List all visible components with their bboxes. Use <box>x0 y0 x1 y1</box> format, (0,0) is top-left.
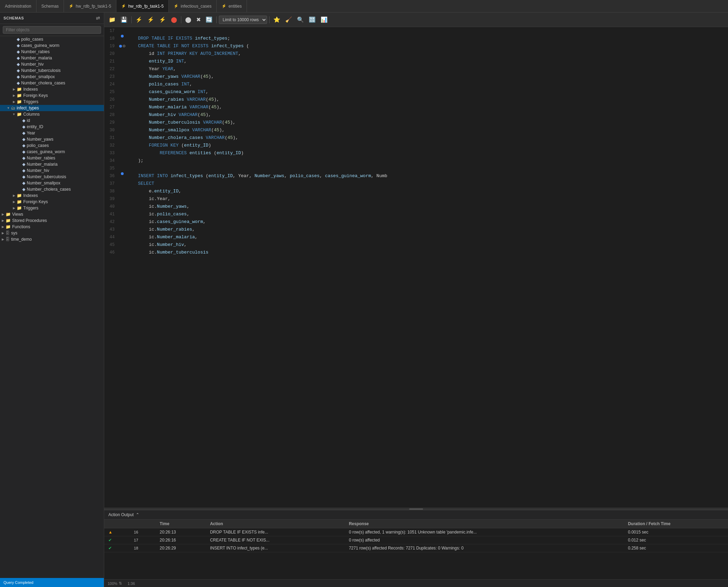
tree-item-Number_malaria[interactable]: ◆Number_malaria <box>0 55 104 61</box>
tab-administration[interactable]: Administration <box>0 0 36 12</box>
tree-item-sys[interactable]: ▶🗄sys <box>0 230 104 236</box>
tab-hw2[interactable]: ⚡ hw_rdb_fp_task1-5 <box>116 0 169 12</box>
diamond-icon: ◆ <box>22 149 25 154</box>
tree-item-Number_yaws[interactable]: ◆Number_yaws <box>0 136 104 142</box>
code-line: 30 Number_smallpox VARCHAR(45), <box>104 126 728 134</box>
sidebar-toggle-icon[interactable]: ⇄ <box>96 15 100 21</box>
tree-item-indexes1[interactable]: ▶📁Indexes <box>0 86 104 92</box>
tree-label: infect_types <box>17 106 39 110</box>
output-expand-icon[interactable]: ⌃ <box>136 512 139 517</box>
tree-label: Functions <box>12 224 30 229</box>
tree-item-Number_cholera_cases2[interactable]: ◆Number_cholera_cases <box>0 186 104 192</box>
output-row: ✔ 17 20:26:16 CREATE TABLE IF NOT EXIS..… <box>104 536 728 544</box>
line-number: 38 <box>104 188 119 195</box>
row-limit-select[interactable]: Limit to 10000 rows Limit to 1000 rows D… <box>219 16 267 24</box>
code-line: 32 FOREIGN KEY (entity_ID) <box>104 142 728 149</box>
tree-item-Number_rabies[interactable]: ◆Number_rabies <box>0 49 104 55</box>
folder-icon: 📁 <box>6 218 11 223</box>
tree-item-views[interactable]: ▶📁Views <box>0 211 104 217</box>
tree-item-polio_cases2[interactable]: ◆polio_cases <box>0 142 104 149</box>
open-file-button[interactable]: 📁 <box>107 15 117 24</box>
tab-bar: Administration Schemas ⚡ hw_rdb_fp_task1… <box>0 0 728 13</box>
zoom-updown-icon[interactable]: ⇅ <box>119 581 122 586</box>
tree-item-columns[interactable]: ▼📁Columns <box>0 111 104 117</box>
status-label: Query Completed <box>3 580 33 585</box>
tree-item-infect_types[interactable]: ▼🗂infect_types <box>0 105 104 111</box>
line-content: DROP TABLE IF EXISTS infect_types; <box>126 35 728 42</box>
execute-button[interactable]: ⚡ <box>134 15 144 24</box>
save-button[interactable]: 💾 <box>119 15 129 24</box>
stop-button[interactable]: ⬤ <box>169 15 179 24</box>
auto-commit-button[interactable]: ⬤ <box>183 15 193 24</box>
tree-item-Number_rabies2[interactable]: ◆Number_rabies <box>0 155 104 161</box>
tree-item-Number_tuberculosis2[interactable]: ◆Number_tuberculosis <box>0 174 104 180</box>
diamond-icon: ◆ <box>17 43 20 48</box>
bookmark-button[interactable]: ⭐ <box>272 15 282 24</box>
tab-hw1[interactable]: ⚡ hw_rdb_fp_task1-5 <box>64 0 116 12</box>
tree-item-Number_tuberculosis[interactable]: ◆Number_tuberculosis <box>0 67 104 74</box>
col-status <box>104 520 130 528</box>
tab-schemas[interactable]: Schemas <box>36 0 64 12</box>
tree-item-Number_hiv[interactable]: ◆Number_hiv <box>0 61 104 67</box>
code-editor[interactable]: 17 18 DROP TABLE IF EXISTS infect_types;… <box>104 27 728 508</box>
tree-item-triggers2[interactable]: ▶📁Triggers <box>0 205 104 211</box>
tree-item-triggers1[interactable]: ▶📁Triggers <box>0 99 104 105</box>
tree-item-indexes2[interactable]: ▶📁Indexes <box>0 192 104 199</box>
tab-infectious[interactable]: ⚡ infectious_cases <box>169 0 217 12</box>
tree-item-foreign_keys1[interactable]: ▶📁Foreign Keys <box>0 92 104 99</box>
tree-item-id[interactable]: ◆id <box>0 117 104 124</box>
row-time: 20:26:13 <box>156 528 206 536</box>
tree-item-Number_malaria2[interactable]: ◆Number_malaria <box>0 161 104 167</box>
tab-entities[interactable]: ⚡ entities <box>217 0 247 12</box>
diamond-icon: ◆ <box>22 181 25 185</box>
refresh-button[interactable]: 🔄 <box>204 15 214 24</box>
tree-item-Number_cholera_cases[interactable]: ◆Number_cholera_cases <box>0 80 104 86</box>
line-content: ic.cases_guinea_worm, <box>126 218 728 226</box>
line-number: 40 <box>104 203 119 210</box>
diamond-icon: ◆ <box>22 124 25 129</box>
beautify-button[interactable]: 🧹 <box>283 15 294 24</box>
tree-item-Year[interactable]: ◆Year <box>0 130 104 136</box>
output-row: ▲ 16 20:26:13 DROP TABLE IF EXISTS infe.… <box>104 528 728 536</box>
tree-item-polio_cases[interactable]: ◆polio_cases <box>0 36 104 42</box>
diamond-icon: ◆ <box>22 162 25 167</box>
tree-arrow: ▶ <box>11 88 17 91</box>
cancel-transaction-button[interactable]: ✖ <box>195 15 202 24</box>
tree-item-entity_ID[interactable]: ◆entity_ID <box>0 124 104 130</box>
cursor-position: 1:36 <box>127 581 135 586</box>
tree-arrow: ▶ <box>0 219 6 222</box>
col-duration: Duration / Fetch Time <box>624 520 728 528</box>
code-line: 25 cases_guinea_worm INT, <box>104 88 728 96</box>
tree-item-functions[interactable]: ▶📁Functions <box>0 224 104 230</box>
execute-explain-button[interactable]: ⚡ <box>157 15 168 24</box>
word-wrap-button[interactable]: 🔠 <box>307 15 317 24</box>
tree-label: Number_malaria <box>21 56 52 60</box>
tree-arrow: ▶ <box>11 100 17 104</box>
tree-item-time_demo[interactable]: ▶🗄time_demo <box>0 236 104 242</box>
tree-item-Number_smallpox[interactable]: ◆Number_smallpox <box>0 74 104 80</box>
code-line: 24 polio_cases INT, <box>104 81 728 88</box>
output-scroll[interactable]: Time Action Response Duration / Fetch Ti… <box>104 520 728 579</box>
tree-item-Number_smallpox2[interactable]: ◆Number_smallpox <box>0 180 104 186</box>
execute-current-button[interactable]: ⚡ <box>146 15 156 24</box>
line-number: 45 <box>104 241 119 249</box>
gutter-dot-blue <box>121 35 124 38</box>
tree-item-cases_guinea_worm2[interactable]: ◆cases_guinea_worm <box>0 149 104 155</box>
search-button[interactable]: 🔍 <box>295 15 306 24</box>
col-response: Response <box>345 520 624 528</box>
tree-item-cases_guinea_worm[interactable]: ◆cases_guinea_worm <box>0 42 104 49</box>
line-number: 27 <box>104 104 119 111</box>
tree-item-Number_hiv2[interactable]: ◆Number_hiv <box>0 167 104 174</box>
tree-item-stored_procedures[interactable]: ▶📁Stored Procedures <box>0 217 104 224</box>
status-bar: Query Completed <box>0 578 104 587</box>
folder-icon: 📁 <box>6 224 11 229</box>
filter-input[interactable] <box>3 26 101 34</box>
code-line: 40 ic.Number_yaws, <box>104 203 728 210</box>
tab-hw1-label: hw_rdb_fp_task1-5 <box>76 4 111 9</box>
output-button[interactable]: 📊 <box>319 15 329 24</box>
tree-arrow: ▼ <box>6 106 11 110</box>
output-panel: Action Output ⌃ Time Action Response Dur… <box>104 510 728 579</box>
tree-item-foreign_keys2[interactable]: ▶📁Foreign Keys <box>0 199 104 205</box>
divider-handle <box>409 509 423 510</box>
line-content: CREATE TABLE IF NOT EXISTS infect_types … <box>126 42 728 50</box>
